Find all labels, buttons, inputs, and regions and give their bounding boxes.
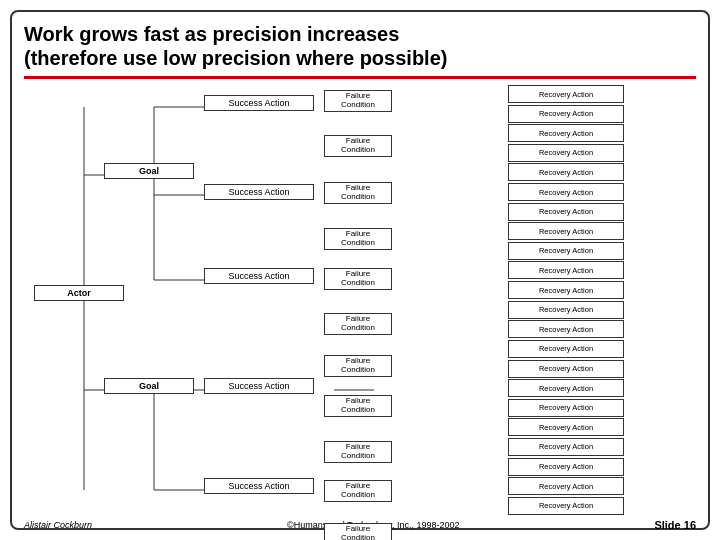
goal1-box: Goal (104, 163, 194, 179)
slide-title: Work grows fast as precision increases (… (24, 22, 696, 70)
recovery-action-8: Recovery Action (508, 222, 624, 240)
failure-condition-5: FailureCondition (324, 268, 392, 290)
recovery-action-3: Recovery Action (508, 124, 624, 142)
failure-condition-11: FailureCondition (324, 523, 392, 540)
failure-condition-10: FailureCondition (324, 480, 392, 502)
title-line2: (therefore use low precision where possi… (24, 47, 447, 69)
success-action-1: Success Action (204, 95, 314, 111)
recovery-action-15: Recovery Action (508, 360, 624, 378)
failure-condition-4: FailureCondition (324, 228, 392, 250)
main-content: Actor Goal Goal Success Action Success A… (24, 85, 696, 515)
success-action-5: Success Action (204, 478, 314, 494)
failure-condition-6: FailureCondition (324, 313, 392, 335)
tree-container: Actor Goal Goal Success Action Success A… (24, 85, 504, 515)
recovery-action-11: Recovery Action (508, 281, 624, 299)
recovery-action-19: Recovery Action (508, 438, 624, 456)
recovery-action-4: Recovery Action (508, 144, 624, 162)
recovery-action-2: Recovery Action (508, 105, 624, 123)
actor-box: Actor (34, 285, 124, 301)
recovery-action-1: Recovery Action (508, 85, 624, 103)
recovery-action-7: Recovery Action (508, 203, 624, 221)
recovery-action-5: Recovery Action (508, 163, 624, 181)
recovery-column: Recovery Action Recovery Action Recovery… (504, 85, 624, 515)
recovery-action-17: Recovery Action (508, 399, 624, 417)
failure-condition-2: FailureCondition (324, 135, 392, 157)
recovery-action-12: Recovery Action (508, 301, 624, 319)
slide: Work grows fast as precision increases (… (10, 10, 710, 530)
footer-author: Alistair Cockburn (24, 520, 92, 530)
footer-slide-number: Slide 16 (654, 519, 696, 531)
recovery-action-18: Recovery Action (508, 418, 624, 436)
recovery-action-20: Recovery Action (508, 458, 624, 476)
recovery-action-22: Recovery Action (508, 497, 624, 515)
recovery-action-21: Recovery Action (508, 477, 624, 495)
recovery-action-6: Recovery Action (508, 183, 624, 201)
failure-condition-8: FailureCondition (324, 395, 392, 417)
recovery-action-14: Recovery Action (508, 340, 624, 358)
success-action-4: Success Action (204, 378, 314, 394)
failure-condition-1: FailureCondition (324, 90, 392, 112)
failure-condition-9: FailureCondition (324, 441, 392, 463)
recovery-action-9: Recovery Action (508, 242, 624, 260)
recovery-action-16: Recovery Action (508, 379, 624, 397)
recovery-action-10: Recovery Action (508, 261, 624, 279)
tree-diagram: Actor Goal Goal Success Action Success A… (24, 85, 504, 515)
recovery-action-13: Recovery Action (508, 320, 624, 338)
title-line1: Work grows fast as precision increases (24, 23, 399, 45)
goal2-box: Goal (104, 378, 194, 394)
success-action-3: Success Action (204, 268, 314, 284)
success-action-2: Success Action (204, 184, 314, 200)
failure-condition-7: FailureCondition (324, 355, 392, 377)
red-divider (24, 76, 696, 79)
failure-condition-3: FailureCondition (324, 182, 392, 204)
